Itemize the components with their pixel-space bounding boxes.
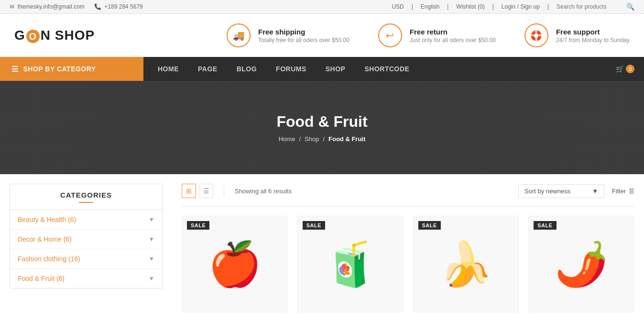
header-features: 🚚 Free shipping Totally free for all ode… xyxy=(227,23,630,47)
wishlist-link[interactable]: Wishlist (0) xyxy=(456,3,484,10)
feature-support: 🛟 Free support 24/7 from Monday to Sunda… xyxy=(524,23,630,47)
chevron-down-icon-4: ▼ xyxy=(149,275,154,282)
nav-shop[interactable]: SHOP xyxy=(316,57,355,81)
shipping-desc: Totally free for all oders over $50.00 xyxy=(258,37,349,44)
support-desc: 24/7 from Monday to Sunday xyxy=(556,37,630,44)
email-icon: ✉ xyxy=(10,3,14,10)
support-text: Free support 24/7 from Monday to Sunday xyxy=(556,28,630,44)
nav-page[interactable]: PAGE xyxy=(188,57,227,81)
sort-dropdown[interactable]: Sort by newness ▼ xyxy=(518,184,604,198)
sort-label: Sort by newness xyxy=(524,188,570,195)
logo-text-pre: G xyxy=(14,28,25,43)
phone-icon: 📞 xyxy=(94,3,101,10)
product-emoji-4: 🌶️ xyxy=(555,239,608,289)
sidebar: CATEGORIES Beauty & Health (6) ▼ Decor &… xyxy=(0,184,172,312)
breadcrumb-home[interactable]: Home xyxy=(279,135,295,143)
grid-icon: ⊞ xyxy=(186,187,192,195)
categories-title: CATEGORIES xyxy=(10,184,162,210)
phone-contact: 📞 +189 284 5679 xyxy=(94,3,143,10)
sale-badge-4: SALE xyxy=(534,221,556,230)
breadcrumb-sep2: / xyxy=(323,135,325,143)
product-image-3: SALE 🍌 xyxy=(414,216,519,312)
chevron-down-icon-3: ▼ xyxy=(149,255,154,262)
search-icon[interactable]: 🔍 xyxy=(626,3,634,11)
breadcrumb-sep1: / xyxy=(299,135,301,143)
category-decor-home[interactable]: Decor & Home (6) ▼ xyxy=(10,230,162,249)
product-card-2[interactable]: SALE 🧃 xyxy=(297,216,404,312)
feature-return: ↩ Free return Just only for all oders ov… xyxy=(378,23,496,47)
return-desc: Just only for all oders over $50.00 xyxy=(410,37,496,44)
product-image-2: SALE 🧃 xyxy=(298,216,403,312)
shipping-text: Free shipping Totally free for all oders… xyxy=(258,28,349,44)
filter-label: Filter xyxy=(612,188,626,195)
product-image-1: SALE 🍎 xyxy=(182,216,287,312)
hero-left-overlay xyxy=(0,81,210,174)
categories-box: CATEGORIES Beauty & Health (6) ▼ Decor &… xyxy=(10,184,163,289)
view-icons: ⊞ ☰ xyxy=(182,184,213,198)
product-emoji-1: 🍎 xyxy=(208,239,262,289)
logo[interactable]: GON SHOP xyxy=(14,28,95,43)
products-area: ⊞ ☰ Showing all 6 results Sort by newnes… xyxy=(172,184,644,312)
chevron-down-icon: ▼ xyxy=(149,216,154,223)
category-fashion-clothing[interactable]: Fashion clothing (16) ▼ xyxy=(10,249,162,269)
shop-by-category-button[interactable]: ☰ SHOP BY CATEGORY xyxy=(0,57,143,81)
cat-fashion-link[interactable]: Fashion clothing (16) xyxy=(18,255,80,263)
product-card-1[interactable]: SALE 🍎 xyxy=(182,216,288,312)
hero-content: Food & Fruit Home / Shop / Food & Fruit xyxy=(276,113,367,143)
login-link[interactable]: Login / Sign up xyxy=(502,3,540,10)
shop-by-category-label: SHOP BY CATEGORY xyxy=(23,65,96,73)
nav-cart[interactable]: 🛒 0 xyxy=(616,65,644,73)
nav-shortcode[interactable]: SHORTCODE xyxy=(355,57,419,81)
top-bar: ✉ themesky.info@gmail.com 📞 +189 284 567… xyxy=(0,0,644,14)
nav-forums[interactable]: FORUMS xyxy=(266,57,316,81)
hero-title: Food & Fruit xyxy=(276,113,367,131)
hero-banner: Food & Fruit Home / Shop / Food & Fruit xyxy=(0,81,644,174)
chevron-down-icon-2: ▼ xyxy=(149,236,154,243)
product-card-3[interactable]: SALE 🍌 xyxy=(413,216,519,312)
toolbar-divider xyxy=(224,185,224,197)
filter-icon: ☰ xyxy=(629,188,634,195)
products-grid: SALE 🍎 SALE 🧃 SALE 🍌 xyxy=(182,216,634,312)
cat-decor-home-link[interactable]: Decor & Home (6) xyxy=(18,235,72,243)
cart-badge: 0 xyxy=(626,65,634,73)
cat-food-fruit-link[interactable]: Food & Fruit (6) xyxy=(18,275,65,282)
nav-blog[interactable]: BLOG xyxy=(227,57,266,81)
category-beauty-health[interactable]: Beauty & Health (6) ▼ xyxy=(10,210,162,230)
search-input[interactable] xyxy=(557,3,623,10)
header: GON SHOP 🚚 Free shipping Totally free fo… xyxy=(0,14,644,57)
cat-beauty-health-link[interactable]: Beauty & Health (6) xyxy=(18,216,76,223)
list-view-button[interactable]: ☰ xyxy=(199,184,213,198)
sale-badge-1: SALE xyxy=(187,221,209,230)
search-area[interactable]: 🔍 xyxy=(557,3,634,11)
filter-button[interactable]: Filter ☰ xyxy=(612,185,634,198)
product-image-4: SALE 🌶️ xyxy=(529,216,634,312)
currency-selector[interactable]: USD xyxy=(392,3,404,10)
breadcrumb-current: Food & Fruit xyxy=(328,135,365,143)
hero-right-overlay xyxy=(434,81,644,174)
top-bar-right: USD | English | Wishlist (0) | Login / S… xyxy=(392,3,634,11)
support-icon: 🛟 xyxy=(524,23,548,47)
products-toolbar: ⊞ ☰ Showing all 6 results Sort by newnes… xyxy=(182,184,634,206)
return-title: Free return xyxy=(410,28,496,36)
breadcrumb-shop[interactable]: Shop xyxy=(305,135,319,143)
showing-results-text: Showing all 6 results xyxy=(235,188,511,195)
menu-icon: ☰ xyxy=(11,65,19,74)
sale-badge-3: SALE xyxy=(418,221,441,230)
email-contact: ✉ themesky.info@gmail.com xyxy=(10,3,85,10)
product-card-4[interactable]: SALE 🌶️ xyxy=(528,216,634,312)
nav-bar: ☰ SHOP BY CATEGORY HOME PAGE BLOG FORUMS… xyxy=(0,57,644,81)
product-emoji-3: 🍌 xyxy=(439,239,492,289)
cart-icon: 🛒 xyxy=(616,65,624,73)
support-title: Free support xyxy=(556,28,630,36)
logo-text-post: N SHOP xyxy=(41,28,95,43)
sale-badge-2: SALE xyxy=(303,221,325,230)
nav-home[interactable]: HOME xyxy=(148,57,188,81)
product-emoji-2: 🧃 xyxy=(324,239,377,289)
language-selector[interactable]: English xyxy=(421,3,439,10)
grid-view-button[interactable]: ⊞ xyxy=(182,184,196,198)
category-food-fruit[interactable]: Food & Fruit (6) ▼ xyxy=(10,269,162,288)
top-bar-left: ✉ themesky.info@gmail.com 📞 +189 284 567… xyxy=(10,3,143,10)
main-content: CATEGORIES Beauty & Health (6) ▼ Decor &… xyxy=(0,174,644,312)
return-text: Free return Just only for all oders over… xyxy=(410,28,496,44)
shipping-icon: 🚚 xyxy=(227,23,251,47)
